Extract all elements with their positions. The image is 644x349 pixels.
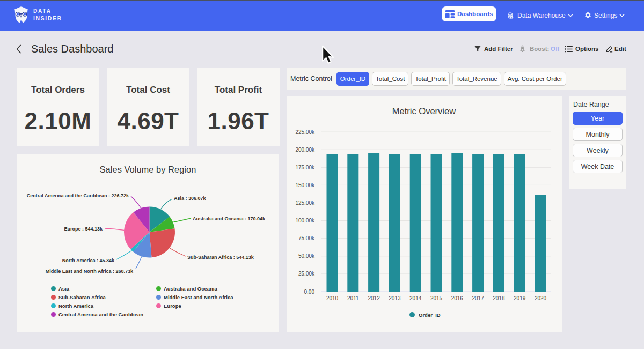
svg-text:2019: 2019 <box>514 295 526 301</box>
svg-text:Sub-Saharan Africa: Sub-Saharan Africa <box>58 294 106 300</box>
svg-text:2012: 2012 <box>368 295 380 301</box>
svg-text:75.00k: 75.00k <box>298 235 315 241</box>
svg-text:150.00k: 150.00k <box>295 182 315 188</box>
svg-text:North America: North America <box>58 303 94 309</box>
svg-text:2014: 2014 <box>409 295 422 301</box>
svg-text:2010: 2010 <box>326 295 339 301</box>
svg-text:Metric Overview: Metric Overview <box>392 106 456 116</box>
svg-text:Sales Volume by Region: Sales Volume by Region <box>100 165 196 174</box>
svg-text:Middle East and North Africa :: Middle East and North Africa : 260.73k <box>46 269 134 274</box>
svg-text:Middle East and North Africa: Middle East and North Africa <box>164 294 233 300</box>
svg-text:2018: 2018 <box>493 295 505 301</box>
svg-text:North America : 45.34k: North America : 45.34k <box>62 258 115 263</box>
svg-text:200.00k: 200.00k <box>295 147 315 153</box>
svg-text:Europe : 544.13k: Europe : 544.13k <box>64 226 103 232</box>
svg-text:2016: 2016 <box>451 295 464 301</box>
svg-text:50.00k: 50.00k <box>298 253 315 259</box>
svg-text:2020: 2020 <box>535 295 547 301</box>
svg-text:2013: 2013 <box>389 295 401 301</box>
svg-text:Sub-Saharan Africa : 544.13k: Sub-Saharan Africa : 544.13k <box>187 255 254 260</box>
svg-text:Order_ID: Order_ID <box>419 312 441 318</box>
svg-text:Australia and Oceania: Australia and Oceania <box>164 286 218 292</box>
svg-text:Asia : 306.07k: Asia : 306.07k <box>174 196 207 201</box>
svg-text:Asia: Asia <box>58 286 70 292</box>
svg-text:2015: 2015 <box>430 295 443 301</box>
svg-text:0.00: 0.00 <box>304 289 315 295</box>
svg-text:Australia and Oceania : 170.04: Australia and Oceania : 170.04k <box>193 216 266 221</box>
svg-text:225.00k: 225.00k <box>295 129 315 135</box>
svg-text:2017: 2017 <box>472 295 484 301</box>
svg-text:Central America and the Caribb: Central America and the Caribbean <box>58 311 143 317</box>
svg-text:2011: 2011 <box>347 295 359 301</box>
svg-text:125.00k: 125.00k <box>295 200 315 206</box>
svg-text:25.00k: 25.00k <box>298 271 315 277</box>
svg-text:100.00k: 100.00k <box>295 218 315 224</box>
svg-text:Central America and the Caribb: Central America and the Caribbean : 226.… <box>27 193 129 198</box>
svg-text:Europe: Europe <box>164 303 181 309</box>
svg-text:175.00k: 175.00k <box>295 165 315 170</box>
